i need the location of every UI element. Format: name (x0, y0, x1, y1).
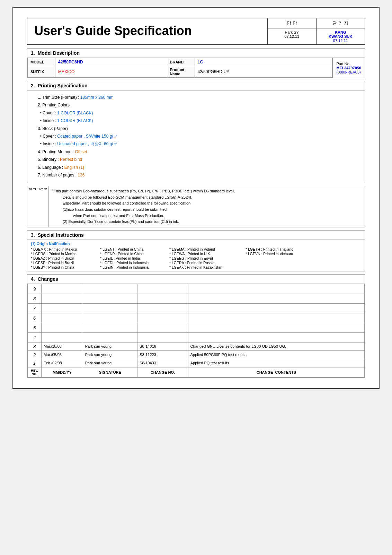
contents-cell (188, 323, 364, 332)
print-item-10: 6. Language : English (1) (38, 164, 354, 171)
rev-cell: 6 (28, 313, 42, 323)
origin-item-12: * LGEWA : Printed in U.K. (169, 252, 246, 256)
sig-cell: Park sun young (83, 342, 137, 350)
suffix-label: SUFFIX (28, 66, 55, 78)
origin-item-10: * LGEIN : Printed in Indonesia (100, 265, 169, 269)
sig-cell (83, 294, 137, 303)
notes-side-label: NOTES (27, 186, 49, 227)
origin-item-16: * LGETH : Printed in Thailand (246, 247, 322, 251)
origin-item-4: * LGESP : Printed in Brazil (31, 261, 100, 265)
approval-header: 담 당 관 리 자 (268, 18, 365, 28)
origin-item-13: * LGEEG : Printed in Egypt (169, 256, 246, 260)
model-description-header: 1. Model Description (27, 49, 365, 58)
date-cell (42, 294, 83, 303)
change-no-cell (137, 323, 188, 332)
page-title: User's Guide Specification (34, 24, 260, 38)
change-no-cell: S8-11223 (137, 350, 188, 359)
table-row: 4 (28, 332, 365, 342)
notes-section: NOTES "This part contain Eco-hazardous s… (27, 186, 365, 227)
notes-line-3: Especially, Part should be followed and … (52, 200, 235, 207)
change-no-cell (137, 284, 188, 294)
brand-label: BRAND (167, 58, 195, 66)
approval-table: 담 당 관 리 자 Park SY 07.12.11 KANGKWANG SUK… (268, 18, 365, 44)
part-no-value: MFL34797050 (336, 66, 361, 70)
sig-cell: Park sun young (83, 359, 137, 367)
contents-cell (188, 294, 364, 303)
special-section-title: Special Instructions (38, 232, 84, 238)
contents-cell (188, 284, 364, 294)
origin-title: (1) Origin Notification (31, 242, 361, 246)
print-item-6: • Cover : Coated paper , S/White 150 g/㎡ (38, 133, 354, 140)
approval-body: Park SY 07.12.11 KANGKWANG SUK 07.12.11 (268, 28, 365, 44)
signature-header: SIGNATURE (83, 367, 137, 377)
print-item-9: 5. Bindery : Perfect bind (38, 156, 354, 163)
change-no-cell (137, 294, 188, 303)
table-row: 5 (28, 323, 365, 332)
date-cell (42, 284, 83, 294)
contents-cell (188, 332, 364, 342)
origin-item-15: * LGEAK : Printed in Kazakhstan (169, 265, 246, 269)
table-row: 2 Mar./05/08 Park sun young S8-11223 App… (28, 350, 365, 359)
special-instructions-header: 3. Special Instructions (27, 231, 365, 240)
origin-item-1: * LGEMX : Printed in Mexico (31, 247, 100, 251)
change-no-cell (137, 313, 188, 323)
model-label: MODEL (28, 58, 55, 66)
print-section-num: 2. (31, 83, 35, 88)
print-item-2: 2. Printing Colors (38, 102, 354, 109)
sig-cell (83, 323, 137, 332)
change-no-cell (137, 303, 188, 313)
special-section-num: 3. (31, 232, 35, 238)
print-item-1: 1. Trim Size (Format) : 185mm x 260 mm (38, 94, 354, 101)
contents-cell: Applied PQ test results. (188, 359, 364, 367)
table-row: 3 Mar./18/08 Park sun young S8-14016 Cha… (28, 342, 365, 350)
rev-cell: 4 (28, 332, 42, 342)
model-table-area: MODEL 42/50PG6HD BRAND LG SUFFIX MEXICO … (27, 58, 365, 78)
print-section-title: Printing Specification (38, 83, 88, 88)
print-item-8: 4. Printing Method : Off set (38, 148, 354, 155)
rev-cell: 2 (28, 350, 42, 359)
notes-body: "This part contain Eco-hazardous substan… (49, 186, 238, 227)
rev-cell: 3 (28, 342, 42, 350)
print-item-11: 7. Number of pages : 136 (38, 172, 354, 179)
model-value: 42/50PG6HD (55, 58, 167, 66)
part-no-rev: (0803-REV03) (336, 70, 361, 74)
origin-item-14: * LGERA : Printed in Russia (169, 261, 246, 265)
print-item-5: 3. Stock (Paper) (38, 125, 354, 132)
origin-item-7: * LGENP : Printed in China (100, 252, 169, 256)
date-cell (42, 332, 83, 342)
sig-cell (83, 284, 137, 294)
origin-item-2: * LGERS : Printed in Mexico (31, 252, 100, 256)
brand-value: LG (195, 58, 332, 66)
origin-item-17: * LGEVN : Printed in Vietnam (246, 252, 322, 256)
change-no-cell: S8-10433 (137, 359, 188, 367)
sig-cell (83, 313, 137, 323)
rev-no-header: REV.NO. (28, 367, 42, 377)
table-row: 8 (28, 294, 365, 303)
product-name-value: 42/50PG6HD-UA (195, 66, 332, 78)
approval-col2-header: 관 리 자 (317, 18, 365, 28)
rev-cell: 8 (28, 294, 42, 303)
approval-col1-header: 담 당 (268, 18, 317, 28)
special-instructions-section: 3. Special Instructions (1) Origin Notif… (27, 230, 365, 271)
sig-cell (83, 303, 137, 313)
date-cell: Mar./05/08 (42, 350, 83, 359)
change-no-cell: S8-14016 (137, 342, 188, 350)
contents-cell (188, 303, 364, 313)
changes-section: 4. Changes 9 8 7 (27, 274, 365, 378)
sig-cell: Park sun young (83, 350, 137, 359)
approval-col1-body: Park SY 07.12.11 (268, 28, 317, 44)
origin-item-5: * LGESY : Printed in China (31, 265, 100, 269)
change-no-header: CHANGE NO. (137, 367, 188, 377)
model-section-num: 1. (31, 50, 35, 56)
date-cell: Mar./18/08 (42, 342, 83, 350)
contents-cell: Applied 50PG60F PQ test results. (188, 350, 364, 359)
table-footer-row: REV.NO. MM/DD/YY SIGNATURE CHANGE NO. CH… (28, 367, 365, 377)
table-row: 7 (28, 303, 365, 313)
changes-section-num: 4. (31, 276, 35, 282)
title-cell: User's Guide Specification (27, 18, 268, 44)
change-no-cell (137, 332, 188, 342)
notes-line-2: Details should be followed Eco-SCM manag… (52, 194, 235, 201)
date-header: MM/DD/YY (42, 367, 83, 377)
contents-cell (188, 313, 364, 323)
changes-table: 9 8 7 (27, 284, 365, 378)
